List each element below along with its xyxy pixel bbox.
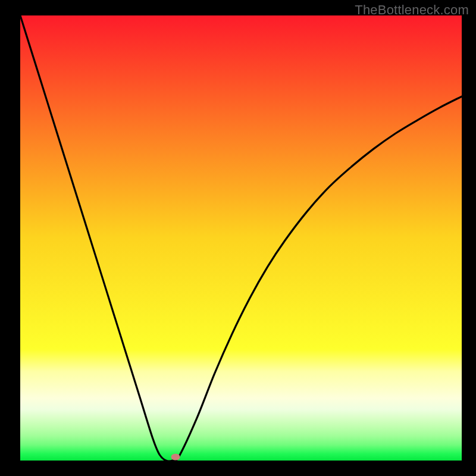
watermark-text: TheBottleneck.com	[355, 2, 469, 18]
optimal-point-marker	[171, 454, 180, 461]
chart-container: TheBottleneck.com	[0, 0, 476, 476]
bottleneck-curve	[20, 15, 462, 461]
plot-area	[20, 15, 462, 461]
curve-layer	[20, 15, 462, 461]
